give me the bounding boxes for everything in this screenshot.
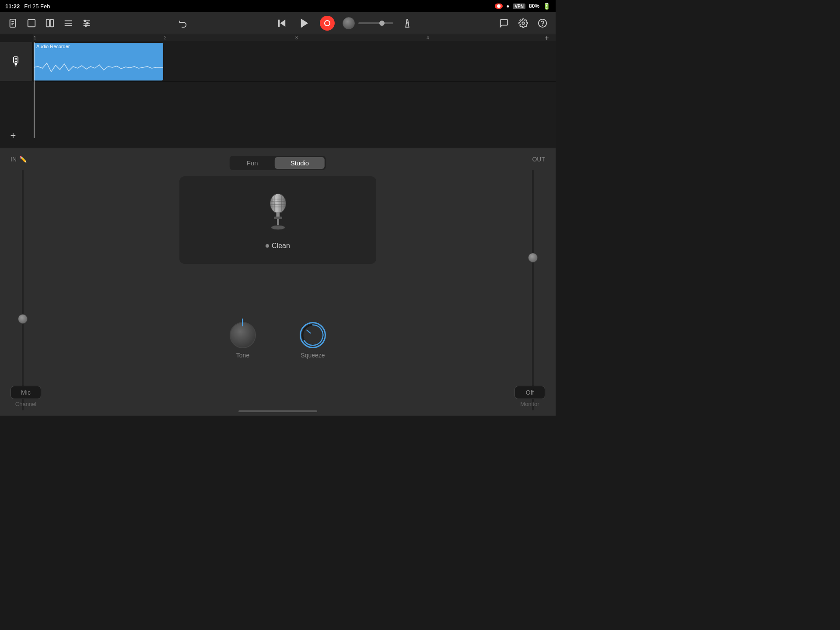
play-button[interactable] (297, 16, 312, 31)
ruler-mark-2: 2 (164, 35, 167, 40)
clean-dot (266, 244, 269, 248)
tempo-slider[interactable] (358, 22, 393, 24)
document-icon[interactable] (7, 17, 19, 29)
tracks-icon[interactable] (62, 17, 74, 29)
mic-display[interactable]: Clean (179, 176, 376, 264)
record-inner (324, 20, 330, 26)
record-button[interactable] (320, 16, 335, 31)
toolbar-right (498, 17, 549, 29)
rewind-button[interactable] (274, 16, 289, 31)
help-icon[interactable] (536, 17, 549, 29)
chat-icon[interactable] (498, 17, 510, 29)
audio-clip-label: Audio Recorder (34, 43, 163, 50)
add-track-button[interactable]: + (7, 130, 19, 142)
svg-rect-17 (278, 19, 280, 26)
status-left: 11:22 Fri 25 Feb (5, 3, 50, 10)
toolbar (0, 12, 556, 34)
mic-graphic (260, 190, 295, 238)
svg-marker-18 (301, 18, 308, 28)
monitor-button[interactable]: Off (514, 386, 545, 399)
metronome-icon[interactable] (401, 17, 413, 29)
wifi-icon: ● (506, 3, 509, 9)
battery-label: 80% (529, 3, 539, 9)
monitor-group: Off Monitor (514, 386, 545, 407)
squeeze-knob-container: Squeeze (300, 322, 326, 359)
knobs-row: Tone Squeeze (230, 322, 326, 359)
playhead (34, 42, 35, 138)
fader-out-thumb[interactable] (528, 253, 538, 262)
channel-button[interactable]: Mic (10, 386, 41, 399)
toolbar-left (7, 17, 93, 29)
in-label: IN ✏️ (10, 156, 27, 163)
panel-divider (0, 148, 556, 148)
svg-point-35 (271, 225, 285, 230)
fun-tab[interactable]: Fun (231, 157, 274, 169)
svg-rect-6 (50, 19, 53, 27)
tone-knob-indicator (242, 318, 243, 326)
ruler-mark-4: 4 (427, 35, 429, 40)
vpn-label: VPN (513, 4, 525, 9)
squeeze-arc-svg (301, 323, 325, 347)
status-bar: 11:22 Fri 25 Feb ● VPN 80% 🔋 (0, 0, 556, 12)
svg-marker-16 (280, 19, 285, 26)
empty-track (33, 81, 556, 138)
svg-rect-4 (28, 19, 35, 27)
svg-point-15 (85, 24, 87, 26)
record-indicator (495, 4, 503, 9)
studio-tab[interactable]: Studio (275, 157, 325, 169)
status-date: Fri 25 Feb (24, 3, 50, 10)
battery-icon: 🔋 (543, 3, 550, 10)
fader-in[interactable] (22, 170, 24, 410)
edit-icon[interactable]: ✏️ (19, 156, 27, 163)
lower-panel: IN ✏️ OUT Fun Studio (0, 148, 556, 416)
tempo-control (343, 17, 393, 29)
view-single-icon[interactable] (25, 17, 38, 29)
svg-rect-33 (274, 217, 282, 219)
svg-point-21 (522, 22, 525, 24)
tone-label: Tone (236, 352, 249, 359)
clean-preset-label: Clean (266, 242, 290, 250)
microphone-svg (262, 190, 294, 234)
waveform (34, 54, 163, 80)
transport-controls (274, 16, 413, 31)
tabs-container: Fun Studio (230, 156, 326, 170)
svg-rect-5 (46, 19, 49, 27)
svg-line-38 (307, 330, 310, 333)
ruler-mark-1: 1 (34, 35, 36, 40)
fader-out[interactable] (532, 170, 534, 410)
tone-knob[interactable] (230, 322, 256, 348)
ruler-marks: 1 2 3 4 (33, 34, 556, 42)
toolbar-mid-section (177, 17, 189, 29)
svg-point-14 (87, 22, 88, 24)
scroll-indicator[interactable] (238, 410, 317, 412)
track-mic-icon: 🎙 (10, 54, 22, 69)
ruler: + 1 2 3 4 (33, 34, 556, 42)
svg-point-13 (84, 20, 86, 21)
audio-clip[interactable]: Audio Recorder (34, 43, 163, 80)
tempo-knob[interactable] (343, 17, 355, 29)
out-label: OUT (532, 156, 545, 163)
status-right: ● VPN 80% 🔋 (495, 3, 550, 10)
tone-knob-container: Tone (230, 322, 256, 359)
ruler-mark-3: 3 (295, 35, 298, 40)
fader-in-thumb[interactable] (18, 314, 28, 324)
track-lane[interactable]: Audio Recorder (33, 42, 556, 81)
status-time: 11:22 (5, 3, 20, 10)
channel-group: Mic Channel (10, 386, 41, 407)
track-header[interactable]: 🎙 (0, 42, 33, 81)
track-area: + 1 2 3 4 🎙 Audio Recorder + (0, 34, 556, 148)
squeeze-knob[interactable] (300, 322, 326, 348)
squeeze-label: Squeeze (301, 352, 325, 359)
monitor-label: Monitor (520, 401, 539, 407)
channel-label: Channel (15, 401, 36, 407)
mixer-icon[interactable] (80, 17, 93, 29)
settings-icon[interactable] (517, 17, 529, 29)
undo-button[interactable] (177, 17, 189, 29)
view-split-icon[interactable] (44, 17, 56, 29)
